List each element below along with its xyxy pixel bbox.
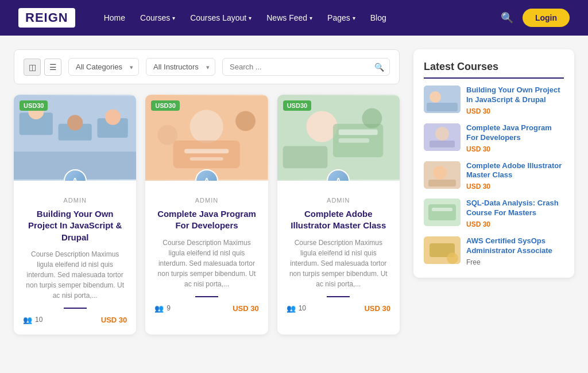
latest-course-price-4: USD 30 xyxy=(466,220,564,228)
svg-rect-30 xyxy=(428,180,456,187)
card-price-1: USD 30 xyxy=(101,316,127,324)
card-divider-1 xyxy=(64,308,87,309)
latest-course-price-3: USD 30 xyxy=(466,182,564,191)
course-card-3[interactable]: USD30 A ADMIN Complete Adobe Illustrator… xyxy=(277,95,400,335)
courses-grid: USD30 A ADMIN Building Your Own Project … xyxy=(14,95,400,335)
latest-info-4: SQL-Data Analysis: Crash Course For Mast… xyxy=(466,199,564,228)
instructors-select-wrapper: All Instructors xyxy=(146,58,215,76)
nav-courses[interactable]: Courses ▾ xyxy=(134,10,181,26)
svg-rect-21 xyxy=(283,146,327,169)
search-icon[interactable]: 🔍 xyxy=(501,11,513,24)
latest-course-title-3: Complete Adobe Illustrator Master Class xyxy=(466,161,564,181)
card-price-2: USD 30 xyxy=(233,304,259,313)
latest-courses-list: Building Your Own Project In JavaScript … xyxy=(424,86,564,266)
login-button[interactable]: Login xyxy=(523,9,570,27)
card-image-2: USD30 A xyxy=(145,95,268,181)
course-card-2[interactable]: USD30 A ADMIN Complete Java Program For … xyxy=(145,95,268,335)
svg-point-36 xyxy=(447,252,458,264)
latest-course-title-5: AWS Certified SysOps Administrator Assoc… xyxy=(466,236,564,256)
latest-item-3[interactable]: Complete Adobe Illustrator Master Class … xyxy=(424,161,564,191)
nav-courses-arrow: ▾ xyxy=(172,15,175,21)
card-divider-2 xyxy=(195,296,218,297)
sidebar-title: Latest Courses xyxy=(424,61,564,79)
latest-item-5[interactable]: AWS Certified SysOps Administrator Assoc… xyxy=(424,236,564,266)
search-icon-inner: 🔍 xyxy=(374,63,384,72)
latest-thumb-4 xyxy=(424,199,461,226)
sidebar: Latest Courses Building Your Own Project… xyxy=(413,49,574,335)
nav-news-feed[interactable]: News Feed ▾ xyxy=(261,10,318,26)
students-icon-1 xyxy=(23,316,32,324)
instructors-select[interactable]: All Instructors xyxy=(146,58,215,76)
svg-rect-33 xyxy=(432,208,452,211)
latest-course-price-1: USD 30 xyxy=(466,107,564,115)
card-image-3: USD30 A xyxy=(277,95,400,181)
svg-rect-10 xyxy=(173,141,240,168)
latest-item-2[interactable]: Complete Java Program For Developers USD… xyxy=(424,123,564,153)
svg-point-16 xyxy=(306,111,337,142)
search-input[interactable] xyxy=(222,58,390,76)
main-container: ◫ ☰ All Categories All Instructors 🔍 xyxy=(0,36,588,348)
list-view-button[interactable]: ☰ xyxy=(44,59,61,76)
svg-point-5 xyxy=(67,115,83,130)
latest-thumb-1 xyxy=(424,86,461,113)
card-body-1: ADMIN Building Your Own Project In JavaS… xyxy=(14,181,136,335)
card-title-1: Building Your Own Project In JavaScript … xyxy=(23,208,127,243)
nav-pages-arrow: ▾ xyxy=(353,15,355,21)
students-icon-3 xyxy=(287,304,296,313)
card-body-3: ADMIN Complete Adobe Illustrator Master … xyxy=(277,181,400,323)
latest-item-4[interactable]: SQL-Data Analysis: Crash Course For Mast… xyxy=(424,199,564,228)
latest-course-title-1: Building Your Own Project In JavaScript … xyxy=(466,86,564,105)
card-title-3: Complete Adobe Illustrator Master Class xyxy=(287,208,390,232)
nav-news-feed-arrow: ▾ xyxy=(310,15,312,21)
card-students-3: 10 xyxy=(287,304,306,313)
svg-rect-27 xyxy=(430,141,455,147)
grid-view-button[interactable]: ◫ xyxy=(24,59,41,76)
card-footer-3: 10 USD 30 xyxy=(287,304,390,315)
content-area: ◫ ☰ All Categories All Instructors 🔍 xyxy=(14,49,400,335)
nav-blog[interactable]: Blog xyxy=(365,10,392,26)
latest-thumb-5 xyxy=(424,236,461,264)
svg-rect-12 xyxy=(190,157,223,161)
card-divider-3 xyxy=(327,296,350,297)
latest-course-price-2: USD 30 xyxy=(466,145,564,153)
svg-point-9 xyxy=(190,110,223,143)
nav-home[interactable]: Home xyxy=(98,10,131,26)
latest-thumb-3 xyxy=(424,161,461,189)
svg-rect-32 xyxy=(428,204,456,220)
card-students-1: 10 xyxy=(23,316,42,324)
latest-item-1[interactable]: Building Your Own Project In JavaScript … xyxy=(424,86,564,115)
course-card-1[interactable]: USD30 A ADMIN Building Your Own Project … xyxy=(14,95,136,335)
categories-select[interactable]: All Categories xyxy=(68,58,139,76)
main-nav: Home Courses ▾ Courses Layout ▾ News Fee… xyxy=(98,10,482,26)
logo[interactable]: REIGN xyxy=(18,8,75,28)
card-author-2: ADMIN xyxy=(154,197,258,204)
card-desc-3: Course Description Maximus ligula eleife… xyxy=(287,238,390,289)
card-desc-2: Course Description Maximus ligula eleife… xyxy=(154,238,258,289)
svg-rect-11 xyxy=(184,149,229,153)
svg-rect-18 xyxy=(338,129,377,135)
card-students-2: 9 xyxy=(154,304,171,313)
card-desc-1: Course Description Maximus ligula eleife… xyxy=(23,249,127,301)
svg-point-14 xyxy=(158,125,178,145)
svg-point-29 xyxy=(433,166,447,180)
card-image-1: USD30 A xyxy=(14,95,136,181)
price-badge-1: USD30 xyxy=(20,100,48,111)
price-badge-3: USD30 xyxy=(283,100,311,111)
card-price-3: USD 30 xyxy=(364,304,390,313)
search-wrapper: 🔍 xyxy=(222,58,390,76)
students-icon-2 xyxy=(154,304,164,313)
latest-course-title-2: Complete Java Program For Developers xyxy=(466,123,564,143)
header-right: 🔍 Login xyxy=(501,9,570,27)
price-badge-2: USD30 xyxy=(151,100,179,111)
latest-thumb-2 xyxy=(424,123,461,151)
nav-courses-layout[interactable]: Courses Layout ▾ xyxy=(184,10,257,26)
svg-rect-24 xyxy=(427,103,458,111)
card-author-3: ADMIN xyxy=(287,197,390,204)
latest-info-5: AWS Certified SysOps Administrator Assoc… xyxy=(466,236,564,266)
nav-courses-layout-arrow: ▾ xyxy=(249,15,252,21)
sidebar-card: Latest Courses Building Your Own Project… xyxy=(413,49,574,278)
svg-rect-19 xyxy=(338,138,369,143)
latest-info-3: Complete Adobe Illustrator Master Class … xyxy=(466,161,564,191)
nav-pages[interactable]: Pages ▾ xyxy=(322,10,361,26)
latest-info-1: Building Your Own Project In JavaScript … xyxy=(466,86,564,115)
